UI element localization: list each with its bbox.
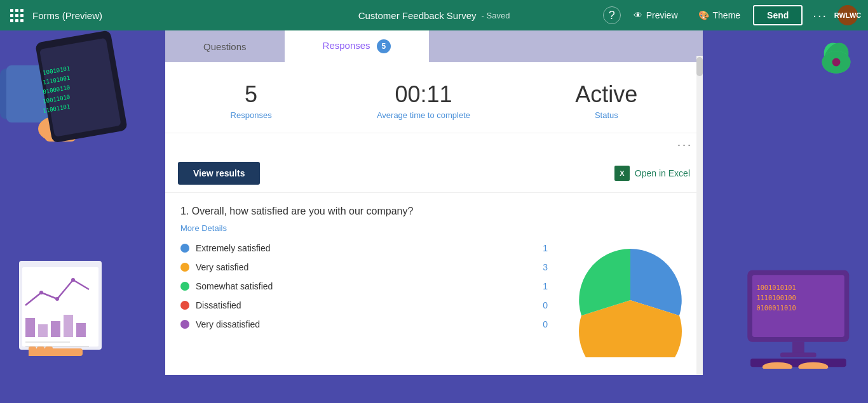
question-1-text: Overall, how satisfied are you with our …: [192, 206, 414, 216]
option-label-5: Very dissatisfied: [196, 319, 529, 329]
options-list: Extremely satisfied 1 Very satisfied 3 S…: [180, 243, 548, 357]
tabs-bar: Questions Responses 5: [165, 30, 703, 62]
survey-name: Customer Feedback Survey: [358, 10, 477, 21]
option-dot-5: [180, 320, 189, 329]
svg-text:1001010101: 1001010101: [756, 284, 796, 291]
option-label-1: Extremely satisfied: [196, 243, 529, 253]
stat-avg-time: 00:11 Average time to complete: [377, 81, 470, 120]
svg-rect-25: [37, 347, 44, 356]
option-row: Somewhat satisfied 1: [180, 281, 548, 291]
view-results-button[interactable]: View results: [178, 162, 260, 185]
scrollbar-thumb[interactable]: [696, 57, 703, 76]
option-count-1: 1: [535, 243, 548, 253]
option-dot-4: [180, 301, 189, 310]
avg-time-label: Average time to complete: [377, 110, 470, 120]
tab-questions[interactable]: Questions: [165, 30, 285, 62]
more-details-link[interactable]: More Details: [180, 223, 227, 233]
question-1-number: 1.: [180, 206, 189, 216]
option-label-4: Dissatisfied: [196, 300, 529, 310]
option-row: Extremely satisfied 1: [180, 243, 548, 253]
actions-row: View results X Open in Excel: [165, 154, 703, 193]
app-title: Forms (Preview): [32, 10, 102, 21]
open-excel-button[interactable]: X Open in Excel: [614, 166, 690, 181]
stat-responses: 5 Responses: [231, 81, 272, 120]
chart-illustration: [6, 254, 133, 356]
stat-status: Active Status: [575, 81, 637, 120]
option-count-5: 0: [535, 319, 548, 329]
question-1-title: 1. Overall, how satisfied are you with o…: [180, 206, 688, 217]
preview-button[interactable]: 👁 Preview: [626, 6, 686, 24]
tablet-illustration: 10010101 11101001 01000110 10011010 1100…: [0, 30, 140, 170]
svg-rect-37: [792, 342, 804, 354]
svg-point-15: [71, 278, 75, 282]
responses-number: 5: [231, 81, 272, 108]
svg-point-31: [832, 58, 841, 67]
preview-label: Preview: [646, 10, 678, 20]
user-avatar[interactable]: RWLWC: [837, 5, 858, 25]
option-label-2: Very satisfied: [196, 262, 529, 272]
center-panel: Questions Responses 5 5 Responses 00:11 …: [165, 30, 703, 375]
left-decoration: 10010101 11101001 01000110 10011010 1100…: [0, 30, 165, 375]
svg-rect-24: [29, 347, 36, 356]
plant-decoration: [811, 37, 862, 88]
svg-rect-38: [780, 353, 816, 358]
option-label-3: Somewhat satisfied: [196, 281, 529, 291]
tab-responses-label: Responses: [323, 40, 370, 51]
responses-count-badge: 5: [377, 39, 391, 53]
excel-icon: X: [614, 166, 630, 181]
more-options-dots[interactable]: ···: [165, 133, 703, 154]
option-row: Very dissatisfied 0: [180, 319, 548, 329]
apps-grid-icon[interactable]: [10, 9, 24, 22]
top-bar-actions: ? 👁 Preview 🎨 Theme Send ··· RWLWC: [603, 5, 858, 25]
status-label: Status: [575, 110, 637, 120]
survey-title-area: Customer Feedback Survey - Saved: [358, 10, 510, 21]
svg-text:1110100100: 1110100100: [756, 294, 796, 301]
tab-responses[interactable]: Responses 5: [285, 30, 429, 62]
option-count-2: 3: [535, 262, 548, 272]
question-1-section: 1. Overall, how satisfied are you with o…: [165, 193, 703, 370]
option-row: Dissatisfied 0: [180, 300, 548, 310]
theme-label: Theme: [713, 10, 741, 20]
option-count-4: 0: [535, 300, 548, 310]
option-row: Very satisfied 3: [180, 262, 548, 272]
svg-point-13: [39, 291, 43, 294]
responses-label: Responses: [231, 110, 272, 120]
content-area: 5 Responses 00:11 Average time to comple…: [165, 62, 703, 375]
monitor-decoration: 1001010101 1110100100 0100011010: [738, 267, 865, 369]
help-button[interactable]: ?: [603, 6, 621, 24]
option-count-3: 1: [535, 281, 548, 291]
option-dot-2: [180, 263, 189, 272]
question-1-content: Extremely satisfied 1 Very satisfied 3 S…: [180, 243, 688, 357]
svg-point-14: [55, 297, 59, 301]
preview-icon: 👁: [634, 10, 642, 20]
saved-status: - Saved: [482, 11, 510, 20]
open-excel-label: Open in Excel: [635, 168, 690, 178]
avg-time-number: 00:11: [377, 81, 470, 108]
vertical-scrollbar[interactable]: [696, 56, 703, 375]
stats-row: 5 Responses 00:11 Average time to comple…: [165, 62, 703, 133]
theme-icon: 🎨: [698, 10, 709, 20]
svg-rect-19: [64, 315, 73, 337]
pie-chart: [573, 243, 688, 357]
send-button[interactable]: Send: [753, 5, 803, 25]
status-value: Active: [575, 81, 637, 108]
right-decoration: 1001010101 1110100100 0100011010: [703, 30, 868, 375]
option-dot-3: [180, 282, 189, 291]
tab-questions-label: Questions: [203, 41, 247, 52]
svg-rect-18: [51, 321, 60, 337]
theme-button[interactable]: 🎨 Theme: [691, 6, 749, 24]
top-navigation-bar: Forms (Preview) Customer Feedback Survey…: [0, 0, 868, 30]
svg-rect-16: [25, 318, 35, 337]
svg-rect-20: [76, 323, 86, 337]
option-dot-1: [180, 244, 189, 253]
svg-rect-17: [38, 324, 48, 337]
svg-rect-26: [45, 347, 53, 356]
svg-text:0100011010: 0100011010: [756, 304, 796, 312]
more-options-button[interactable]: ···: [808, 6, 832, 25]
main-content-area: 10010101 11101001 01000110 10011010 1100…: [0, 30, 868, 375]
